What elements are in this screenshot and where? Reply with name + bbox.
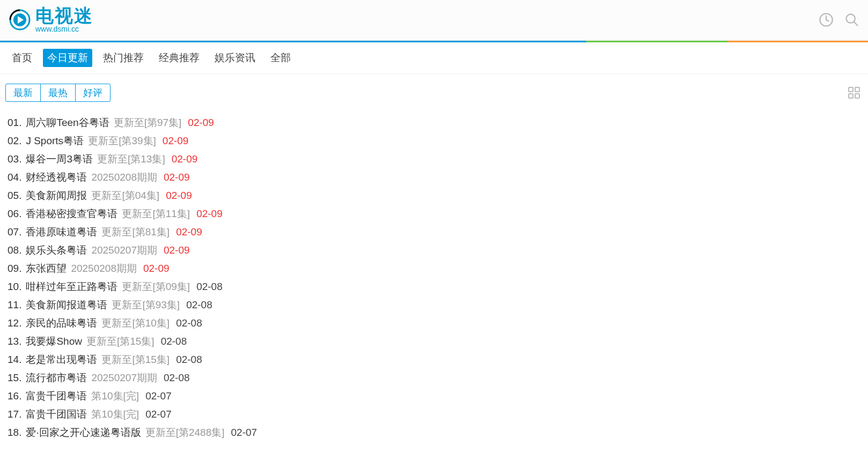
site-logo[interactable]: 电视迷 www.dsmi.cc	[9, 6, 93, 34]
list-item: 16.富贵千团粤语第10集[完]02-07	[8, 387, 860, 405]
list-item: 17.富贵千团国语第10集[完]02-07	[8, 405, 860, 424]
list-item: 03.爆谷一周3粤语更新至[第13集]02-09	[8, 150, 860, 168]
list-item-date: 02-09	[164, 168, 190, 187]
list-item: 11.美食新闻报道粤语更新至[第93集]02-08	[8, 296, 860, 314]
list-item-number: 02.	[8, 132, 21, 150]
list-item: 08.娱乐头条粤语20250207期期02-09	[8, 241, 860, 259]
list-item-date: 02-07	[145, 387, 172, 405]
list-item-title[interactable]: 娱乐头条粤语	[26, 241, 87, 259]
list-item-date: 02-09	[188, 114, 214, 132]
list-item-title[interactable]: 爆谷一周3粤语	[26, 150, 93, 168]
update-list: 01.周六聊Teen谷粤语更新至[第97集]02-0902.J Sports粤语…	[0, 109, 868, 446]
nav-item[interactable]: 热门推荐	[99, 49, 148, 67]
list-item-number: 13.	[8, 332, 21, 351]
list-item-number: 01.	[8, 114, 21, 132]
list-item-title[interactable]: 富贵千团粤语	[26, 387, 87, 405]
list-item-number: 11.	[8, 296, 21, 314]
list-item-title[interactable]: 流行都市粤语	[26, 369, 87, 387]
search-icon[interactable]	[844, 12, 859, 27]
list-item: 01.周六聊Teen谷粤语更新至[第97集]02-09	[8, 114, 860, 132]
nav-item[interactable]: 首页	[8, 49, 36, 67]
filter-tab[interactable]: 最新	[6, 84, 40, 101]
list-item-status: 更新至[第15集]	[101, 351, 170, 369]
nav-item[interactable]: 经典推荐	[155, 49, 204, 67]
list-item-date: 02-07	[145, 405, 172, 424]
list-item-status: 20250208期期	[71, 259, 137, 278]
list-item: 04.财经透视粤语20250208期期02-09	[8, 168, 860, 187]
list-item-title[interactable]: 咁样过年至正路粤语	[26, 278, 117, 296]
sort-filter-tabs: 最新最热好评	[5, 84, 111, 102]
list-item-title[interactable]: 东张西望	[26, 259, 67, 278]
filter-tab[interactable]: 好评	[75, 84, 110, 101]
list-item-title[interactable]: J Sports粤语	[26, 132, 84, 150]
list-item: 05.美食新闻周报更新至[第04集]02-09	[8, 187, 860, 205]
list-item-title[interactable]: 富贵千团国语	[26, 405, 87, 424]
list-item-title[interactable]: 美食新闻报道粤语	[26, 296, 107, 314]
list-item-status: 更新至[第2488集]	[145, 424, 225, 442]
svg-rect-7	[855, 94, 859, 98]
list-item-date: 02-08	[196, 278, 223, 296]
filter-tab[interactable]: 最热	[40, 84, 75, 101]
list-item-title[interactable]: 爱·回家之开心速递粤语版	[26, 424, 141, 442]
list-item-title[interactable]: 我要爆Show	[26, 332, 82, 351]
list-item-status: 20250208期期	[91, 168, 157, 187]
list-item-number: 17.	[8, 405, 21, 424]
list-item-status: 更新至[第11集]	[122, 205, 190, 223]
list-item-number: 12.	[8, 314, 21, 332]
list-item: 02.J Sports粤语更新至[第39集]02-09	[8, 132, 860, 150]
list-item-date: 02-08	[176, 314, 202, 332]
list-item-status: 20250207期期	[91, 369, 157, 387]
list-item-number: 16.	[8, 387, 21, 405]
site-url: www.dsmi.cc	[35, 25, 93, 34]
list-item-title[interactable]: 香港秘密搜查官粤语	[26, 205, 117, 223]
list-item-title[interactable]: 美食新闻周报	[26, 187, 87, 205]
list-item-date: 02-09	[143, 259, 170, 278]
list-item-date: 02-08	[176, 351, 202, 369]
list-item-date: 02-09	[172, 150, 198, 168]
list-item-number: 06.	[8, 205, 21, 223]
list-item-status: 第10集[完]	[91, 387, 139, 405]
list-item: 13.我要爆Show更新至[第15集]02-08	[8, 332, 860, 351]
list-item-title[interactable]: 亲民的品味粤语	[26, 314, 97, 332]
main-nav: 首页今日更新热门推荐经典推荐娱乐资讯全部	[0, 42, 868, 74]
list-item-date: 02-09	[176, 223, 202, 241]
list-item-title[interactable]: 老是常出现粤语	[26, 351, 97, 369]
list-item-title[interactable]: 香港原味道粤语	[26, 223, 97, 241]
play-logo-icon	[9, 9, 31, 31]
grid-view-icon[interactable]	[848, 86, 860, 99]
list-item-status: 更新至[第93集]	[112, 296, 180, 314]
list-item-number: 05.	[8, 187, 21, 205]
list-item-status: 更新至[第10集]	[101, 314, 170, 332]
list-item-date: 02-09	[196, 205, 223, 223]
list-item: 18.爱·回家之开心速递粤语版更新至[第2488集]02-07	[8, 424, 860, 442]
list-item-date: 02-09	[166, 187, 192, 205]
nav-item[interactable]: 全部	[266, 49, 295, 67]
history-icon[interactable]	[819, 12, 834, 27]
list-item-title[interactable]: 周六聊Teen谷粤语	[26, 114, 109, 132]
list-item-date: 02-08	[186, 296, 212, 314]
list-item: 10.咁样过年至正路粤语更新至[第09集]02-08	[8, 278, 860, 296]
svg-rect-4	[849, 87, 853, 92]
list-item-title[interactable]: 财经透视粤语	[26, 168, 87, 187]
svg-rect-6	[849, 94, 853, 98]
list-item: 07.香港原味道粤语更新至[第81集]02-09	[8, 223, 860, 241]
nav-item[interactable]: 今日更新	[43, 49, 92, 67]
list-item-date: 02-09	[164, 241, 190, 259]
list-item-status: 更新至[第39集]	[88, 132, 156, 150]
list-item-status: 更新至[第09集]	[122, 278, 190, 296]
site-header: 电视迷 www.dsmi.cc	[0, 0, 868, 41]
list-item-number: 14.	[8, 351, 21, 369]
list-item-status: 更新至[第04集]	[91, 187, 159, 205]
list-item-status: 更新至[第15集]	[86, 332, 155, 351]
nav-item[interactable]: 娱乐资讯	[210, 49, 260, 67]
list-item-status: 更新至[第13集]	[97, 150, 165, 168]
list-item: 09.东张西望20250208期期02-09	[8, 259, 860, 278]
list-item: 06.香港秘密搜查官粤语更新至[第11集]02-09	[8, 205, 860, 223]
list-item-date: 02-08	[161, 332, 187, 351]
list-item-status: 第10集[完]	[91, 405, 139, 424]
filter-row: 最新最热好评	[0, 74, 868, 109]
site-name: 电视迷	[35, 6, 93, 25]
list-item-date: 02-09	[163, 132, 189, 150]
list-item: 12.亲民的品味粤语更新至[第10集]02-08	[8, 314, 860, 332]
list-item-number: 08.	[8, 241, 21, 259]
